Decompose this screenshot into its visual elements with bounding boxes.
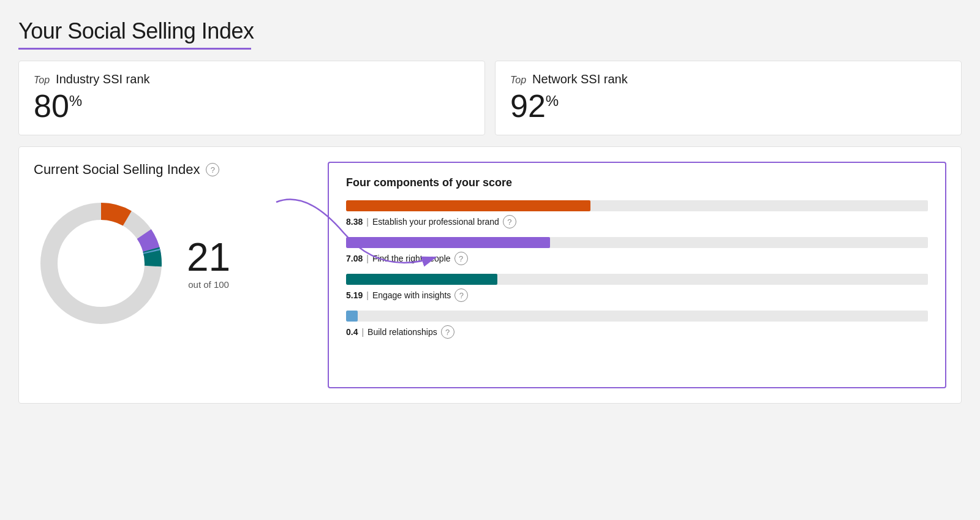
- component-label-2: 5.19 | Engage with insights ?: [346, 288, 928, 302]
- main-section: Current Social Selling Index ?: [18, 146, 962, 404]
- components-panel: Four components of your score 8.38 | Est…: [328, 162, 946, 388]
- components-list: 8.38 | Establish your professional brand…: [346, 200, 928, 339]
- component-score-3: 0.4: [346, 327, 358, 337]
- industry-card-header: Top Industry SSI rank: [34, 72, 470, 86]
- industry-rank-value: 80%: [34, 89, 470, 124]
- component-bar-track-3: [346, 311, 928, 322]
- component-bar-track-1: [346, 237, 928, 248]
- component-help-icon-2[interactable]: ?: [454, 288, 468, 302]
- component-bar-fill-3: [346, 311, 358, 322]
- score-number: 21: [187, 238, 230, 277]
- network-ssi-card: Top Network SSI rank 92%: [495, 61, 962, 135]
- title-underline: [18, 48, 251, 50]
- component-item-2: 5.19 | Engage with insights ?: [346, 274, 928, 302]
- ssi-help-icon[interactable]: ?: [206, 163, 219, 176]
- component-item-3: 0.4 | Build relationships ?: [346, 311, 928, 339]
- component-bar-fill-2: [346, 274, 497, 285]
- industry-ssi-card: Top Industry SSI rank 80%: [18, 61, 485, 135]
- network-card-title: Network SSI rank: [532, 72, 628, 86]
- component-score-0: 8.38: [346, 217, 363, 227]
- svg-point-0: [49, 211, 153, 315]
- component-name-1: Find the right people: [372, 254, 451, 263]
- donut-svg: [34, 196, 168, 331]
- component-label-3: 0.4 | Build relationships ?: [346, 325, 928, 339]
- ssi-section-title: Current Social Selling Index ?: [34, 162, 279, 178]
- component-bar-fill-1: [346, 237, 550, 248]
- components-title: Four components of your score: [346, 176, 928, 189]
- component-label-0: 8.38 | Establish your professional brand…: [346, 215, 928, 228]
- component-bar-fill-0: [346, 200, 590, 211]
- component-name-3: Build relationships: [368, 327, 437, 337]
- industry-card-title: Industry SSI rank: [56, 72, 149, 86]
- component-help-icon-3[interactable]: ?: [441, 325, 454, 339]
- component-label-1: 7.08 | Find the right people ?: [346, 252, 928, 265]
- score-display: 21 out of 100: [187, 238, 230, 290]
- component-item-1: 7.08 | Find the right people ?: [346, 237, 928, 265]
- donut-score-row: 21 out of 100: [34, 196, 279, 331]
- page-title: Your Social Selling Index: [18, 18, 962, 44]
- rank-cards-row: Top Industry SSI rank 80% Top Network SS…: [18, 61, 962, 135]
- component-name-2: Engage with insights: [372, 290, 451, 300]
- network-card-header: Top Network SSI rank: [510, 72, 946, 86]
- component-item-0: 8.38 | Establish your professional brand…: [346, 200, 928, 228]
- ssi-left-panel: Current Social Selling Index ?: [34, 162, 291, 388]
- donut-chart: [34, 196, 168, 331]
- component-help-icon-0[interactable]: ?: [503, 215, 516, 228]
- industry-top-label: Top: [34, 75, 50, 86]
- component-score-1: 7.08: [346, 254, 363, 263]
- score-subtitle: out of 100: [188, 279, 229, 290]
- component-help-icon-1[interactable]: ?: [454, 252, 468, 265]
- component-score-2: 5.19: [346, 290, 363, 300]
- component-bar-track-0: [346, 200, 928, 211]
- component-bar-track-2: [346, 274, 928, 285]
- network-rank-value: 92%: [510, 89, 946, 124]
- component-name-0: Establish your professional brand: [372, 217, 499, 227]
- page-wrapper: Your Social Selling Index Top Industry S…: [0, 0, 980, 422]
- network-top-label: Top: [510, 75, 526, 86]
